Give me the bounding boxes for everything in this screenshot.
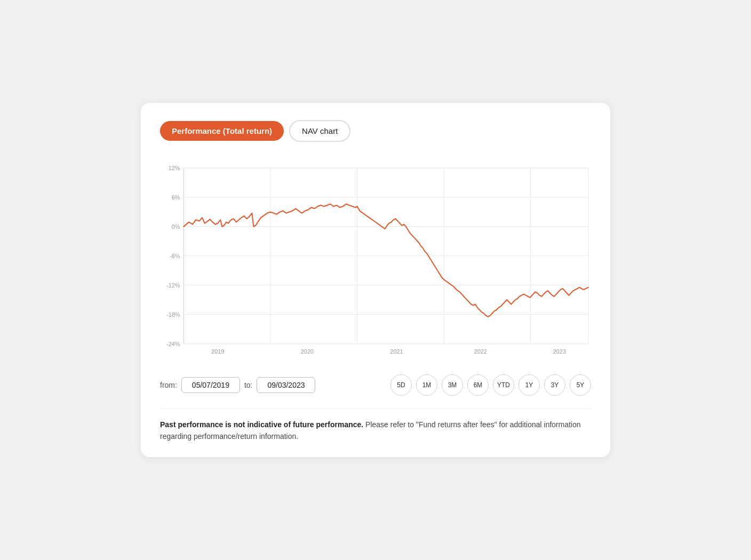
svg-text:2019: 2019 bbox=[211, 348, 224, 355]
period-3y-button[interactable]: 3Y bbox=[544, 374, 565, 396]
date-range-container: from: to: bbox=[160, 377, 315, 393]
period-1y-button[interactable]: 1Y bbox=[518, 374, 540, 396]
svg-text:12%: 12% bbox=[169, 165, 180, 171]
to-date-input[interactable] bbox=[257, 377, 315, 393]
period-5d-button[interactable]: 5D bbox=[390, 374, 412, 396]
svg-text:2021: 2021 bbox=[390, 348, 403, 355]
controls-row: from: to: 5D 1M 3M 6M YTD 1Y 3Y 5Y bbox=[160, 372, 591, 396]
period-buttons-group: 5D 1M 3M 6M YTD 1Y 3Y 5Y bbox=[390, 374, 591, 396]
tab-nav-chart[interactable]: NAV chart bbox=[289, 120, 350, 142]
from-label: from: bbox=[160, 381, 177, 389]
svg-text:0%: 0% bbox=[172, 223, 180, 229]
svg-text:-24%: -24% bbox=[166, 340, 180, 347]
period-ytd-button[interactable]: YTD bbox=[493, 374, 514, 396]
svg-text:-6%: -6% bbox=[170, 252, 180, 259]
main-card: Performance (Total return) NAV chart 12%… bbox=[141, 103, 610, 458]
tab-bar: Performance (Total return) NAV chart bbox=[160, 120, 591, 142]
performance-chart: 12% 6% 0% -6% -12% -18% -24% 2019 202 bbox=[160, 157, 591, 359]
period-1m-button[interactable]: 1M bbox=[416, 374, 437, 396]
period-3m-button[interactable]: 3M bbox=[442, 374, 463, 396]
chart-container: 12% 6% 0% -6% -12% -18% -24% 2019 202 bbox=[160, 157, 591, 359]
svg-text:6%: 6% bbox=[172, 194, 180, 200]
svg-text:2022: 2022 bbox=[474, 348, 487, 355]
svg-text:-18%: -18% bbox=[166, 311, 180, 317]
disclaimer-text: Past performance is not indicative of fu… bbox=[160, 409, 591, 443]
svg-text:2023: 2023 bbox=[553, 348, 566, 355]
to-label: to: bbox=[244, 381, 253, 389]
period-5y-button[interactable]: 5Y bbox=[570, 374, 591, 396]
chart-line bbox=[183, 204, 588, 316]
disclaimer-bold: Past performance is not indicative of fu… bbox=[160, 420, 363, 429]
period-6m-button[interactable]: 6M bbox=[467, 374, 489, 396]
svg-text:2020: 2020 bbox=[301, 348, 314, 355]
svg-text:-12%: -12% bbox=[166, 282, 180, 288]
tab-performance[interactable]: Performance (Total return) bbox=[160, 121, 284, 141]
from-date-input[interactable] bbox=[181, 377, 240, 393]
